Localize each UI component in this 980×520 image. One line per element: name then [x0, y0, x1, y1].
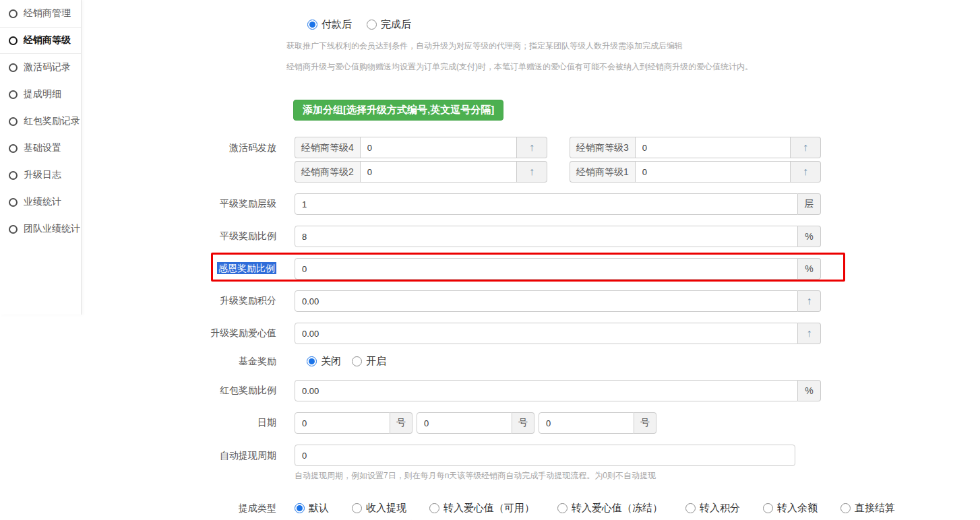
gratitude-ratio-input[interactable]: [295, 258, 798, 280]
field-label-peer-level: 平级奖励层级: [82, 198, 276, 210]
activation-level4-input[interactable]: [360, 137, 517, 158]
date-input-group-2: 号: [417, 412, 534, 434]
peer-reward-ratio-row: 平级奖励比例 %: [82, 226, 980, 247]
radio-option-off[interactable]: 关闭: [307, 355, 341, 368]
unit-addon-percent: %: [798, 258, 821, 280]
circle-icon: [9, 144, 18, 153]
sidebar-item-redpacket-reward-records[interactable]: 红包奖励记录: [0, 108, 81, 135]
circle-icon: [9, 9, 18, 18]
arrow-up-icon[interactable]: ↑: [798, 323, 821, 344]
commission-type-radio-group: 默认 收入提现 转入爱心值（可用） 转入爱心值（冻结）: [295, 502, 895, 515]
radio-option-default[interactable]: 默认: [295, 502, 329, 515]
arrow-up-icon[interactable]: ↑: [791, 137, 821, 158]
radio-option-love-available[interactable]: 转入爱心值（可用）: [429, 502, 534, 515]
radio-label: 付款后: [321, 18, 352, 31]
circle-icon: [9, 171, 18, 180]
upgrade-love-input-group: ↑: [295, 323, 821, 344]
circle-icon: [9, 63, 18, 72]
unit-addon-percent: %: [798, 226, 821, 247]
radio-option-points[interactable]: 转入积分: [685, 502, 740, 515]
unit-addon-day: 号: [390, 412, 412, 434]
peer-level-input[interactable]: [295, 193, 798, 215]
field-label-fund-reward: 基金奖励: [82, 356, 276, 368]
date-row: 日期 号 号 号: [82, 412, 980, 434]
activation-input-group-level2: 经销商等级2 ↑: [295, 161, 547, 183]
upgrade-points-input[interactable]: [295, 290, 798, 312]
circle-icon: [9, 117, 18, 126]
radio-option-direct-settlement[interactable]: 直接结算: [840, 502, 895, 515]
date-input-2[interactable]: [417, 412, 512, 434]
activation-input-group-level4: 经销商等级4 ↑: [295, 137, 547, 158]
upgrade-reward-love-row: 升级奖励爱心值 ↑: [82, 323, 980, 344]
upgrade-love-input[interactable]: [295, 323, 798, 344]
date-input-3[interactable]: [539, 412, 634, 434]
radio-unchecked-icon[interactable]: [352, 503, 362, 513]
arrow-up-icon[interactable]: ↑: [791, 161, 821, 183]
sidebar-item-label: 基础设置: [24, 142, 61, 154]
sidebar-item-team-performance-stats[interactable]: 团队业绩统计: [0, 216, 81, 242]
sidebar-item-label: 经销商管理: [24, 7, 71, 20]
radio-label: 关闭: [321, 355, 341, 368]
radio-option-on[interactable]: 开启: [352, 355, 386, 368]
field-label-upgrade-love: 升级奖励爱心值: [82, 327, 276, 339]
radio-option-after-payment[interactable]: 付款后: [307, 18, 352, 31]
arrow-up-icon[interactable]: ↑: [517, 161, 547, 183]
sidebar-item-dealer-level[interactable]: 经销商等级: [0, 27, 81, 54]
peer-ratio-input-group: %: [295, 226, 821, 247]
add-group-button[interactable]: 添加分组[选择升级方式编号,英文逗号分隔]: [293, 100, 503, 121]
radio-unchecked-icon[interactable]: [557, 503, 568, 513]
circle-icon: [9, 36, 18, 45]
field-label-peer-ratio: 平级奖励比例: [82, 230, 276, 242]
activation-input-group-level1: 经销商等级1 ↑: [570, 161, 821, 183]
radio-option-after-completion[interactable]: 完成后: [367, 18, 411, 31]
peer-level-input-group: 层: [295, 193, 821, 215]
peer-reward-level-row: 平级奖励层级 层: [82, 193, 980, 215]
radio-unchecked-icon[interactable]: [429, 503, 439, 513]
radio-label: 转入余额: [777, 502, 818, 515]
help-text-upgrade-condition: 获取推广下线权利的会员达到条件，自动升级为对应等级的代理商；指定某团队等级人数升…: [286, 41, 980, 51]
radio-option-income-withdraw[interactable]: 收入提现: [352, 502, 406, 515]
sidebar-item-commission-details[interactable]: 提成明细: [0, 81, 81, 108]
sidebar-item-label: 提成明细: [24, 88, 61, 100]
sidebar-item-upgrade-log[interactable]: 升级日志: [0, 162, 81, 189]
selected-label-text: 感恩奖励比例: [217, 262, 276, 274]
commission-type-row: 提成类型 默认 收入提现 转入爱心值（可用）: [82, 502, 980, 520]
peer-ratio-input[interactable]: [295, 226, 798, 247]
sidebar-item-activation-code-records[interactable]: 激活码记录: [0, 54, 81, 81]
radio-unchecked-icon[interactable]: [352, 356, 362, 366]
redpacket-ratio-input-group: %: [295, 380, 821, 401]
activation-level3-input[interactable]: [635, 137, 791, 158]
auto-withdraw-input[interactable]: [295, 445, 795, 466]
sidebar-item-basic-settings[interactable]: 基础设置: [0, 135, 81, 162]
sidebar-item-dealer-management[interactable]: 经销商管理: [0, 0, 81, 27]
radio-option-balance[interactable]: 转入余额: [763, 502, 818, 515]
radio-label: 开启: [366, 355, 386, 368]
arrow-up-icon[interactable]: ↑: [798, 290, 821, 312]
redpacket-ratio-input[interactable]: [295, 380, 798, 401]
radio-option-love-frozen[interactable]: 转入爱心值（冻结）: [557, 502, 663, 515]
main-content: 付款后 完成后 获取推广下线权利的会员达到条件，自动升级为对应等级的代理商；指定…: [82, 0, 980, 520]
radio-checked-icon[interactable]: [295, 503, 305, 513]
sidebar-item-performance-stats[interactable]: 业绩统计: [0, 189, 81, 216]
radio-checked-icon[interactable]: [307, 20, 317, 30]
sidebar-item-label: 红包奖励记录: [24, 115, 80, 127]
arrow-up-icon[interactable]: ↑: [517, 137, 547, 158]
redpacket-reward-ratio-row: 红包奖励比例 %: [82, 380, 980, 401]
unit-addon-percent: %: [798, 380, 821, 401]
radio-unchecked-icon[interactable]: [367, 20, 377, 30]
radio-unchecked-icon[interactable]: [763, 503, 773, 513]
date-input-1[interactable]: [295, 412, 390, 434]
circle-icon: [9, 90, 18, 99]
radio-checked-icon[interactable]: [307, 356, 317, 366]
field-label-upgrade-points: 升级奖励积分: [82, 295, 276, 307]
radio-unchecked-icon[interactable]: [840, 503, 851, 513]
activation-level1-input[interactable]: [635, 161, 791, 183]
upgrade-reward-points-row: 升级奖励积分 ↑: [82, 290, 980, 312]
activation-level2-input[interactable]: [360, 161, 517, 183]
radio-unchecked-icon[interactable]: [685, 503, 696, 513]
gratitude-ratio-input-group: %: [295, 258, 821, 280]
radio-label: 转入爱心值（冻结）: [572, 502, 663, 515]
activation-code-row: 激活码发放 经销商等级4 ↑ 经销商等级3 ↑ 经销商等级2: [82, 137, 980, 183]
fund-reward-row: 基金奖励 关闭 开启: [82, 355, 980, 368]
unit-addon-day: 号: [634, 412, 656, 434]
